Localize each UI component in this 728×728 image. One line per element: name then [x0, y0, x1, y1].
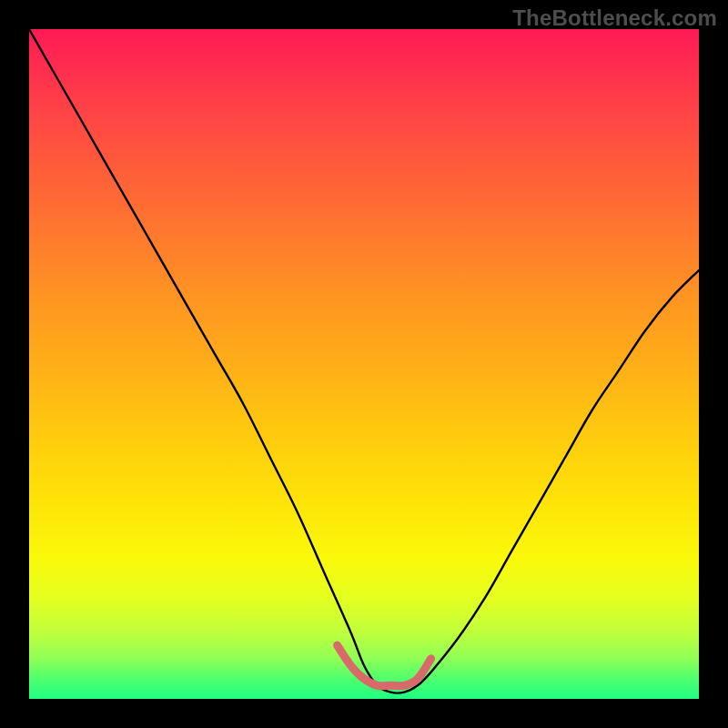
chart-frame: TheBottleneck.com [0, 0, 728, 728]
chart-overlay [29, 29, 699, 699]
plot-area [29, 29, 699, 699]
watermark-text: TheBottleneck.com [512, 5, 717, 31]
bottleneck-curve [29, 29, 699, 693]
optimal-range-highlight [338, 645, 431, 686]
